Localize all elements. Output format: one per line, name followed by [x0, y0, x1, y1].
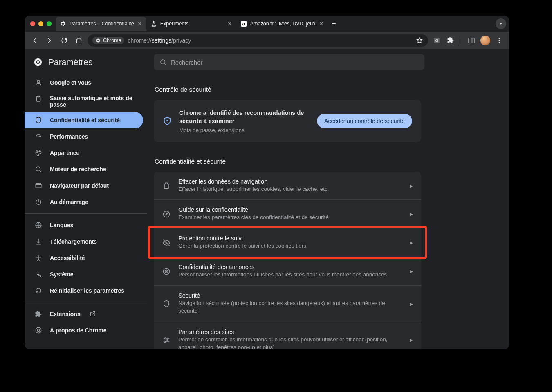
divider: [461, 36, 461, 45]
nav-section-1: Google et vousSaisie automatique et mots…: [25, 74, 147, 210]
new-tab-button[interactable]: +: [328, 20, 341, 28]
settings-row-ads[interactable]: Confidentialité des annoncesPersonnalise…: [154, 257, 421, 285]
close-window-button[interactable]: [30, 21, 35, 26]
nav-section-3: ExtensionsÀ propos de Chrome: [25, 306, 147, 338]
home-button[interactable]: [73, 34, 85, 47]
menu-button[interactable]: [493, 34, 505, 47]
person-icon: [34, 78, 43, 87]
download-icon: [34, 237, 43, 246]
row-title: Paramètres des sites: [178, 329, 402, 335]
shield-icon: [162, 299, 171, 308]
search-placeholder: Rechercher: [171, 59, 203, 66]
privacy-card: Effacer les données de navigationEffacer…: [154, 172, 421, 349]
row-subtitle: Gérer la protection contre le suivi et l…: [178, 242, 402, 250]
back-button[interactable]: [29, 34, 41, 47]
sidebar-item-clipboard[interactable]: Saisie automatique et mots de passe: [25, 91, 143, 112]
sidebar-item-a11y[interactable]: Accessibilité: [25, 250, 143, 266]
sidebar-item-shield[interactable]: Confidentialité et sécurité: [25, 112, 143, 128]
svg-rect-21: [36, 184, 41, 188]
ads-icon: [162, 267, 171, 276]
sidebar-item-browser[interactable]: Navigateur par défaut: [25, 177, 143, 194]
safety-title: Chrome a identifié des recommandations d…: [179, 109, 310, 125]
content: Paramètres Google et vousSaisie automati…: [25, 49, 509, 349]
shield-icon: [34, 116, 43, 124]
fullscreen-window-button[interactable]: [47, 21, 52, 26]
settings-row-trash[interactable]: Effacer les données de navigationEffacer…: [154, 172, 421, 200]
nav-separator: [25, 213, 147, 214]
reset-icon: [34, 287, 43, 295]
tune-icon: [162, 336, 171, 345]
minimize-window-button[interactable]: [38, 21, 43, 26]
chevron-right-icon: ▸: [410, 300, 413, 308]
svg-point-24: [38, 255, 39, 256]
bookmark-star-icon[interactable]: [416, 37, 423, 44]
settings-row-eye-off[interactable]: Protection contre le suiviGérer la prote…: [154, 228, 421, 257]
svg-line-28: [164, 63, 166, 65]
eye-off-icon: [162, 238, 171, 247]
chrome-icon: [34, 326, 43, 334]
tab-settings[interactable]: Paramètres – Confidentialité ✕: [56, 17, 146, 31]
compass-icon: [162, 210, 171, 219]
sidebar-item-label: Google et vous: [50, 79, 91, 86]
tab-amazon[interactable]: a Amazon.fr : livres, DVD, jeux ✕: [236, 17, 328, 31]
row-title: Effacer les données de navigation: [178, 178, 402, 185]
sidebar-item-palette[interactable]: Apparence: [25, 145, 143, 161]
sidebar-item-label: Performances: [50, 133, 88, 140]
settings-row-compass[interactable]: Guide sur la confidentialitéExaminer les…: [154, 199, 421, 228]
sidebar-item-chrome[interactable]: À propos de Chrome: [25, 322, 143, 338]
sidebar-item-puzzle[interactable]: Extensions: [25, 306, 143, 322]
reload-button[interactable]: [58, 34, 70, 47]
close-tab-button[interactable]: ✕: [137, 20, 142, 27]
svg-rect-4: [469, 38, 474, 43]
settings-row-tune[interactable]: Paramètres des sitesPermet de contrôler …: [154, 322, 421, 349]
sidebar-item-person[interactable]: Google et vous: [25, 74, 143, 91]
sidebar-item-label: Au démarrage: [50, 199, 88, 205]
sidebar-item-label: Navigateur par défaut: [50, 182, 109, 189]
sidebar-item-power[interactable]: Au démarrage: [25, 194, 143, 210]
sidebar-item-globe[interactable]: Langues: [25, 217, 143, 233]
close-tab-button[interactable]: ✕: [319, 20, 324, 27]
sidebar-item-wrench[interactable]: Système: [25, 266, 143, 282]
safety-check-button[interactable]: Accéder au contrôle de sécurité: [317, 114, 412, 128]
brand: Paramètres: [25, 55, 147, 74]
svg-point-27: [161, 60, 165, 64]
power-icon: [34, 198, 43, 206]
translate-icon[interactable]: G: [431, 34, 443, 47]
settings-row-shield[interactable]: SécuritéNavigation sécurisée (protection…: [154, 285, 421, 322]
main: Rechercher Contrôle de sécurité Chrome a…: [147, 49, 509, 349]
nav-section-2: LanguesTéléchargementsAccessibilitéSystè…: [25, 217, 147, 299]
forward-button[interactable]: [43, 34, 56, 47]
chevron-right-icon: ▸: [410, 182, 413, 190]
row-title: Guide sur la confidentialité: [178, 206, 402, 213]
sidebar-item-label: Extensions: [50, 311, 81, 317]
close-tab-button[interactable]: ✕: [227, 20, 232, 27]
safety-subtitle: Mots de passe, extensions: [179, 127, 310, 133]
svg-point-18: [39, 151, 40, 152]
row-title: Protection contre le suivi: [178, 235, 402, 242]
tab-experiments[interactable]: Experiments ✕: [146, 17, 236, 31]
profile-avatar[interactable]: [479, 34, 491, 47]
svg-text:G: G: [435, 39, 438, 43]
window-controls: [28, 21, 56, 26]
puzzle-icon: [34, 310, 43, 318]
sidebar-item-label: Réinitialiser les paramètres: [50, 287, 124, 294]
svg-point-7: [499, 40, 500, 41]
sidebar-item-download[interactable]: Téléchargements: [25, 233, 143, 250]
tab-title: Experiments: [160, 21, 224, 27]
window-menu-button[interactable]: [496, 18, 506, 29]
search-icon: [159, 58, 167, 66]
settings-search[interactable]: Rechercher: [154, 54, 424, 70]
globe-icon: [34, 221, 43, 229]
svg-point-34: [166, 271, 167, 272]
a11y-icon: [34, 254, 43, 262]
extensions-icon[interactable]: [444, 34, 457, 47]
side-panel-icon[interactable]: [465, 34, 478, 47]
row-title: Sécurité: [178, 292, 402, 299]
address-bar[interactable]: Chrome chrome://settings/privacy: [88, 34, 428, 47]
sidebar-item-speed[interactable]: Performances: [25, 128, 143, 145]
sidebar-item-search[interactable]: Moteur de recherche: [25, 161, 143, 177]
sidebar-item-reset[interactable]: Réinitialiser les paramètres: [25, 282, 143, 299]
svg-line-15: [38, 136, 40, 137]
svg-marker-31: [166, 213, 168, 215]
svg-point-30: [164, 211, 170, 217]
